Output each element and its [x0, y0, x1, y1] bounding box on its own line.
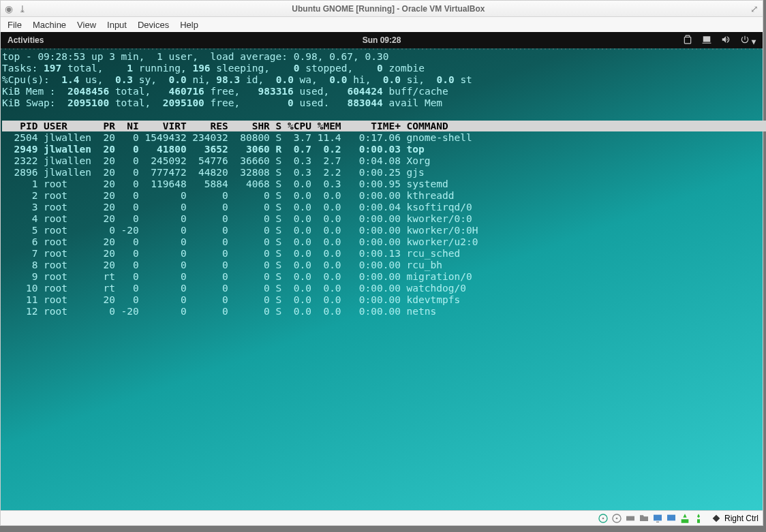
pin-icon[interactable]: ◉ ⤓ [5, 3, 27, 14]
top-summary-line2: Tasks: 197 total, 1 running, 196 sleepin… [2, 63, 425, 74]
host-key-label: Right Ctrl [724, 514, 759, 523]
menu-help[interactable]: Help [180, 20, 198, 30]
gnome-topbar: Activities Sun 09:28 ▾ [1, 32, 763, 48]
top-summary-line3: %Cpu(s): 1.4 us, 0.3 sy, 0.0 ni, 98.3 id… [2, 74, 472, 85]
power-icon[interactable]: ▾ [740, 35, 756, 46]
process-row: 4 root 20 0 0 0 0 S 0.0 0.0 0:00.00 kwor… [2, 213, 761, 225]
process-row: 1 root 20 0 119648 5884 4068 S 0.0 0.3 0… [2, 178, 761, 190]
process-row: 9 root rt 0 0 0 0 S 0.0 0.0 0:00.00 migr… [2, 271, 761, 283]
vm-statusbar: Right Ctrl [1, 510, 763, 525]
vm-titlebar[interactable]: ◉ ⤓ Ubuntu GNOME [Running] - Oracle VM V… [1, 1, 763, 17]
vm-menubar: File Machine View Input Devices Help [1, 17, 763, 32]
process-row: 3 root 20 0 0 0 0 S 0.0 0.0 0:00.04 ksof… [2, 202, 761, 213]
process-row: 6 root 20 0 0 0 0 S 0.0 0.0 0:00.00 kwor… [2, 236, 761, 248]
process-row: 2 root 20 0 0 0 0 S 0.0 0.0 0:00.00 kthr… [2, 190, 761, 202]
hd-icon[interactable] [598, 513, 609, 524]
usb-icon[interactable] [625, 513, 636, 524]
process-row: 2949 jlwallen 20 0 41800 3652 3060 R 0.7… [2, 144, 761, 155]
display-icon[interactable] [652, 513, 663, 524]
sound-icon[interactable] [721, 35, 731, 46]
clock-label[interactable]: Sun 09:28 [363, 35, 401, 45]
process-row: 7 root 20 0 0 0 0 S 0.0 0.0 0:00.13 rcu_… [2, 248, 761, 260]
process-row: 8 root 20 0 0 0 0 S 0.0 0.0 0:00.00 rcu_… [2, 260, 761, 271]
top-summary-line1: top - 09:28:53 up 3 min, 1 user, load av… [2, 51, 388, 62]
additions-icon[interactable] [679, 513, 690, 524]
cd-icon[interactable] [611, 513, 622, 524]
process-row: 2896 jlwallen 20 0 777472 44820 32808 S … [2, 167, 761, 178]
activities-button[interactable]: Activities [7, 35, 44, 45]
menu-input[interactable]: Input [107, 20, 127, 30]
svg-point-3 [616, 517, 618, 519]
menu-file[interactable]: File [7, 20, 22, 30]
top-column-headers: PID USER PR NI VIRT RES SHR S %CPU %MEM … [2, 121, 766, 131]
process-row: 2322 jlwallen 20 0 245092 54776 36660 S … [2, 155, 761, 167]
top-summary-line4: KiB Mem : 2048456 total, 460716 free, 98… [2, 86, 448, 97]
maximize-icon[interactable]: ⤢ [750, 3, 759, 14]
terminal-output[interactable]: top - 09:28:53 up 3 min, 1 user, load av… [1, 50, 763, 319]
top-summary-line5: KiB Swap: 2095100 total, 2095100 free, 0… [2, 97, 442, 108]
vm-window: ◉ ⤓ Ubuntu GNOME [Running] - Oracle VM V… [0, 0, 763, 526]
guest-screen[interactable]: Activities Sun 09:28 ▾ top - 09:28:53 up… [1, 32, 763, 510]
process-row: 10 root rt 0 0 0 0 S 0.0 0.0 0:00.00 wat… [2, 283, 761, 294]
window-title: Ubuntu GNOME [Running] - Oracle VM Virtu… [27, 4, 750, 14]
menu-view[interactable]: View [77, 20, 96, 30]
screen-icon[interactable] [702, 35, 711, 46]
record-icon[interactable] [666, 513, 677, 524]
svg-rect-5 [656, 521, 659, 522]
svg-point-1 [602, 517, 604, 519]
shared-folders-icon[interactable] [639, 513, 649, 524]
clipboard-icon[interactable] [683, 35, 692, 46]
host-key-icon[interactable] [711, 513, 722, 524]
process-row: 12 root 0 -20 0 0 0 S 0.0 0.0 0:00.00 ne… [2, 306, 761, 317]
process-row: 2504 jlwallen 20 0 1549432 234032 80800 … [2, 132, 761, 144]
separator-line [1, 48, 763, 50]
process-row: 11 root 20 0 0 0 0 S 0.0 0.0 0:00.00 kde… [2, 294, 761, 306]
menu-devices[interactable]: Devices [138, 20, 169, 30]
svg-rect-4 [654, 514, 662, 520]
svg-rect-6 [667, 514, 675, 520]
menu-machine[interactable]: Machine [33, 20, 66, 30]
process-list: 2504 jlwallen 20 0 1549432 234032 80800 … [2, 132, 761, 317]
mouse-integration-icon[interactable] [693, 513, 704, 524]
process-row: 5 root 0 -20 0 0 0 S 0.0 0.0 0:00.00 kwo… [2, 225, 761, 236]
